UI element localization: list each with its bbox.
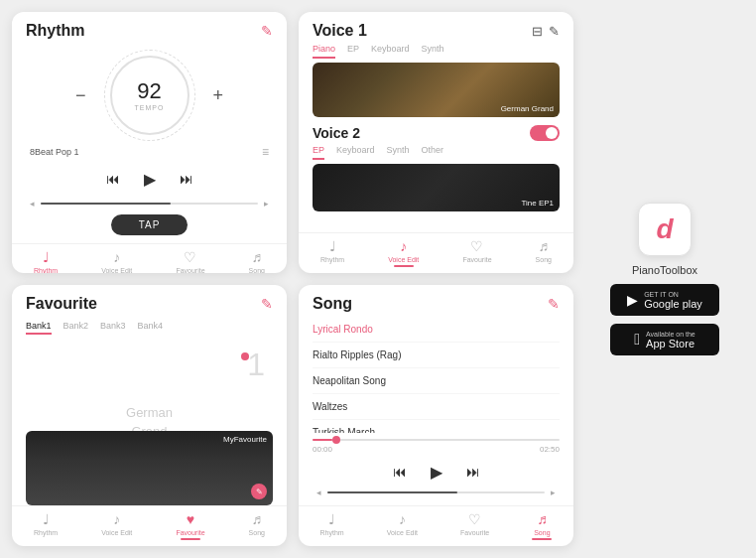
nav-rhythm[interactable]: ♩ Rhythm: [34, 249, 58, 273]
song-item-5[interactable]: Turkish March: [313, 420, 560, 433]
nav-favourite[interactable]: ♡ Favourite: [176, 249, 204, 273]
progress-bar[interactable]: [313, 439, 560, 441]
tempo-plus-button[interactable]: +: [213, 85, 224, 106]
app-store-badge[interactable]:  Available on the App Store: [610, 324, 719, 355]
next-button[interactable]: ⏭: [180, 171, 193, 187]
song-list: Lyrical Rondo Rialto Ripples (Rag) Neapo…: [299, 317, 573, 433]
voice-screen: Voice 1 ⊟ ✎ Piano EP Keyboard Synth Germ…: [299, 12, 573, 273]
v-nav-fav[interactable]: ♡ Favourite: [462, 238, 491, 267]
bank-row: Bank1 Bank2 Bank3 Bank4: [26, 321, 273, 335]
v2-tab-other[interactable]: Other: [422, 145, 444, 160]
song-play-button[interactable]: ▶: [423, 458, 450, 486]
tempo-number: 92: [137, 80, 161, 102]
time-start: 00:00: [313, 445, 332, 454]
app-store-small-text: Available on the: [646, 331, 695, 338]
fav-edit-icon[interactable]: ✎: [261, 296, 273, 312]
app-store-large-text: App Store: [646, 338, 695, 349]
s-rhythm-icon: ♩: [328, 511, 335, 527]
nav-voice-edit[interactable]: ♪ Voice Edit: [101, 249, 132, 273]
v2-tab-ep[interactable]: EP: [313, 145, 324, 160]
bank2-tab[interactable]: Bank2: [63, 321, 89, 335]
google-play-badge[interactable]: ▶ GET IT ON Google play: [610, 284, 719, 316]
tab-keyboard[interactable]: Keyboard: [371, 44, 410, 59]
voice-header-icons: ⊟ ✎: [532, 24, 560, 39]
voice-nav-label: Voice Edit: [101, 267, 132, 273]
v-nav-song[interactable]: ♬ Song: [536, 238, 552, 267]
bank1-tab[interactable]: Bank1: [26, 321, 52, 335]
tempo-ring: 92 TEMPO: [110, 56, 189, 135]
song-edit-icon[interactable]: ✎: [548, 296, 560, 312]
voice1-title: Voice 1: [313, 22, 367, 40]
f-nav-voice[interactable]: ♪ Voice Edit: [101, 511, 132, 540]
voice2-title: Voice 2: [313, 125, 360, 141]
beat-label: 8Beat Pop 1: [30, 147, 79, 157]
rhythm-nav-label: Rhythm: [34, 267, 58, 273]
f-nav-song[interactable]: ♬ Song: [249, 511, 265, 540]
fav-nav-underline: [181, 538, 200, 540]
play-button[interactable]: ▶: [136, 165, 164, 193]
side-panel: d PianoToolbox ▶ GET IT ON Google play …: [585, 12, 744, 546]
song-item-4[interactable]: Waltzes: [313, 394, 560, 420]
song-item-1[interactable]: Lyrical Rondo: [313, 317, 560, 343]
v-voice-label: Voice Edit: [388, 256, 419, 263]
s-nav-fav[interactable]: ♡ Favourite: [460, 511, 489, 540]
tab-ep[interactable]: EP: [347, 44, 359, 59]
song-prev-button[interactable]: ⏮: [393, 464, 407, 480]
rhythm-screen: Rhythm ✎ − 92 TEMPO + 8Beat Pop 1 ≡ ⏮ ▶ …: [12, 12, 287, 273]
voice-edit-icon[interactable]: ✎: [549, 24, 560, 39]
s-fav-label: Favourite: [460, 529, 489, 536]
song-item-2[interactable]: Rialto Ripples (Rag): [313, 343, 560, 368]
rhythm-content: − 92 TEMPO + 8Beat Pop 1 ≡ ⏮ ▶ ⏭ ◂: [12, 44, 287, 243]
song-vol-bar[interactable]: [327, 491, 545, 493]
v-nav-voice[interactable]: ♪ Voice Edit: [388, 238, 419, 267]
voice-header: Voice 1 ⊟ ✎: [299, 12, 573, 40]
tap-button[interactable]: TAP: [111, 214, 189, 235]
song-progress: 00:00 02:50 ⏮ ▶ ⏭ ◂ ▸: [299, 433, 573, 505]
song-item-3[interactable]: Neapolitan Song: [313, 368, 560, 394]
song-vol-low: ◂: [316, 488, 321, 497]
fav-bottom-nav: ♩ Rhythm ♪ Voice Edit ♥ Favourite ♬ Song: [12, 505, 287, 546]
voice1-image: German Grand: [313, 63, 560, 117]
v-nav-rhythm[interactable]: ♩ Rhythm: [320, 238, 344, 267]
bank3-tab[interactable]: Bank3: [100, 321, 126, 335]
v2-tab-synth[interactable]: Synth: [387, 145, 410, 160]
voice1-img-label: German Grand: [501, 104, 554, 113]
f-rhythm-label: Rhythm: [34, 529, 58, 536]
fav-nav-icon: ♡: [184, 249, 196, 265]
voice2-tabs: EP Keyboard Synth Other: [313, 145, 560, 160]
main-container: Rhythm ✎ − 92 TEMPO + 8Beat Pop 1 ≡ ⏮ ▶ …: [0, 0, 756, 558]
s-nav-voice[interactable]: ♪ Voice Edit: [387, 511, 418, 540]
tempo-minus-button[interactable]: −: [75, 85, 86, 106]
song-next-button[interactable]: ⏭: [466, 464, 480, 480]
nav-song[interactable]: ♬ Song: [249, 249, 265, 273]
rhythm-header: Rhythm ✎: [12, 12, 287, 44]
save-icon[interactable]: ⊟: [532, 24, 543, 39]
volume-row: ◂ ▸: [26, 199, 273, 209]
f-rhythm-icon: ♩: [43, 511, 50, 527]
vol-high-icon: ▸: [264, 199, 269, 209]
bank4-tab[interactable]: Bank4: [138, 321, 164, 335]
f-nav-fav[interactable]: ♥ Favourite: [176, 511, 204, 540]
rhythm-nav-icon: ♩: [43, 249, 50, 265]
rhythm-edit-icon[interactable]: ✎: [261, 23, 273, 39]
voice2-toggle[interactable]: [530, 125, 560, 141]
voice2-img-label: Tine EP1: [521, 199, 554, 208]
s-nav-rhythm[interactable]: ♩ Rhythm: [320, 511, 344, 540]
my-fav-edit-button[interactable]: ✎: [251, 484, 267, 499]
tab-piano[interactable]: Piano: [313, 44, 335, 59]
f-fav-icon: ♥: [187, 511, 194, 527]
v2-tab-keyboard[interactable]: Keyboard: [336, 145, 375, 160]
s-nav-song[interactable]: ♬ Song: [532, 511, 552, 540]
f-fav-label: Favourite: [176, 529, 204, 536]
list-icon[interactable]: ≡: [262, 145, 269, 159]
fav-indicator: [241, 352, 249, 360]
tab-synth[interactable]: Synth: [422, 44, 444, 59]
s-rhythm-label: Rhythm: [320, 529, 344, 536]
v-fav-icon: ♡: [470, 238, 483, 254]
f-nav-rhythm[interactable]: ♩ Rhythm: [34, 511, 58, 540]
song-nav-underline: [532, 538, 552, 540]
fav-grid: German Grand 1 MyFavourite ✎: [26, 339, 273, 505]
prev-button[interactable]: ⏮: [106, 171, 120, 187]
vol-bar[interactable]: [41, 203, 258, 205]
vol-fill: [41, 203, 171, 205]
